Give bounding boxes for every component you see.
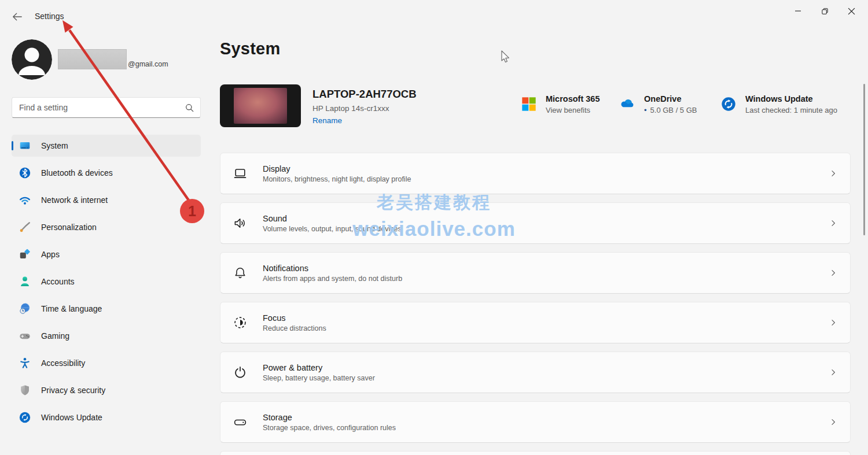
chevron-right-icon <box>829 418 837 426</box>
sidebar-item-apps[interactable]: Apps <box>12 243 201 265</box>
notifications-card[interactable]: Notifications Alerts from apps and syste… <box>220 252 851 294</box>
focus-card[interactable]: Focus Reduce distractions <box>220 302 851 343</box>
back-arrow-icon <box>12 12 23 22</box>
onedrive-tile[interactable]: OneDrive • 5.0 GB / 5 GB <box>619 94 697 114</box>
sidebar-item-system[interactable]: System <box>12 135 201 157</box>
sidebar-item-label: Accessibility <box>41 358 85 368</box>
card-subtitle: Storage space, drives, configuration rul… <box>263 424 396 432</box>
card-subtitle: Volume levels, output, input, sound devi… <box>263 225 402 233</box>
apps-icon <box>19 248 31 261</box>
sidebar-item-label: Apps <box>41 250 60 259</box>
tile-subtitle: 5.0 GB / 5 GB <box>650 106 697 114</box>
storage-icon <box>233 415 248 430</box>
account-name-redacted <box>58 49 127 69</box>
tile-title: Windows Update <box>745 94 837 103</box>
card-subtitle: Sleep, battery usage, battery saver <box>263 374 375 382</box>
power-battery-card[interactable]: Power & battery Sleep, battery usage, ba… <box>220 352 851 393</box>
sidebar-item-label: Network & internet <box>41 195 108 205</box>
settings-card-list: Display Monitors, brightness, night ligh… <box>220 153 851 455</box>
sidebar-item-label: System <box>41 141 68 150</box>
system-icon <box>19 139 31 152</box>
gaming-icon <box>19 330 31 342</box>
network-icon <box>19 194 31 206</box>
window-controls <box>785 0 865 22</box>
sidebar-item-label: Time & language <box>41 304 102 313</box>
card-subtitle: Monitors, brightness, night light, displ… <box>263 175 411 183</box>
minimize-icon <box>795 8 801 14</box>
sidebar-item-gaming[interactable]: Gaming <box>12 325 201 347</box>
titlebar: Settings <box>0 0 868 32</box>
sidebar-item-accounts[interactable]: Accounts <box>12 271 201 293</box>
sidebar-item-network-internet[interactable]: Network & internet <box>12 189 201 211</box>
minimize-button[interactable] <box>785 0 811 22</box>
rename-link[interactable]: Rename <box>312 116 417 125</box>
card-subtitle: Alerts from apps and system, do not dist… <box>263 275 402 283</box>
sidebar-item-time-language[interactable]: Time & language <box>12 298 201 320</box>
back-button[interactable] <box>10 10 24 23</box>
card-title: Display <box>263 164 411 173</box>
storage-bullet: • <box>644 106 647 114</box>
microsoft-logo <box>521 96 537 112</box>
card-title: Storage <box>263 413 396 422</box>
chevron-right-icon <box>829 269 837 277</box>
sidebar-item-privacy-security[interactable]: Privacy & security <box>12 379 201 401</box>
sound-icon <box>233 216 248 231</box>
privacy-security-icon <box>19 384 31 397</box>
sidebar-item-windows-update[interactable]: Windows Update <box>12 406 201 428</box>
chevron-right-icon <box>829 169 837 177</box>
close-icon <box>848 8 855 15</box>
accounts-icon <box>19 275 31 288</box>
search-icon <box>185 103 194 113</box>
tile-subtitle: View benefits <box>546 106 590 114</box>
sidebar-item-bluetooth-devices[interactable]: Bluetooth & devices <box>12 162 201 184</box>
search-box[interactable] <box>12 97 201 118</box>
user-avatar-icon <box>12 39 52 80</box>
sidebar-item-accessibility[interactable]: Accessibility <box>12 352 201 374</box>
tile-subtitle: Last checked: 1 minute ago <box>745 106 837 114</box>
settings-window: Settings @gmail.com <box>0 0 868 455</box>
bluetooth-icon <box>19 167 31 179</box>
device-info: LAPTOP-2AH77OCB HP Laptop 14s-cr1xxx Ren… <box>312 88 417 125</box>
close-button[interactable] <box>838 0 865 22</box>
account-email: @gmail.com <box>128 60 168 68</box>
onedrive-icon <box>619 96 635 112</box>
sidebar-nav: System Bluetooth & devices Network & int… <box>12 135 201 434</box>
page-title: System <box>220 39 280 58</box>
avatar[interactable] <box>12 39 52 80</box>
mouse-cursor <box>501 50 514 64</box>
display-card[interactable]: Display Monitors, brightness, night ligh… <box>220 153 851 194</box>
device-model: HP Laptop 14s-cr1xxx <box>312 104 417 113</box>
microsoft-365-tile[interactable]: Microsoft 365 View benefits <box>521 94 599 114</box>
card-subtitle: Reduce distractions <box>263 324 326 332</box>
accessibility-icon <box>19 357 31 369</box>
display-icon <box>233 166 248 181</box>
search-input[interactable] <box>19 103 185 112</box>
time-language-icon <box>19 302 31 315</box>
focus-icon <box>233 315 248 330</box>
partial-card[interactable] <box>220 451 851 455</box>
power-icon <box>233 365 248 380</box>
sidebar-item-personalization[interactable]: Personalization <box>12 216 201 238</box>
windows-update-tile[interactable]: Windows Update Last checked: 1 minute ag… <box>720 94 837 114</box>
sidebar-item-label: Accounts <box>41 277 75 286</box>
restore-button[interactable] <box>811 0 838 22</box>
storage-card[interactable]: Storage Storage space, drives, configura… <box>220 401 851 443</box>
device-thumbnail <box>220 84 301 127</box>
windows-update-icon <box>19 411 31 424</box>
card-title: Focus <box>263 313 326 323</box>
sidebar-item-label: Windows Update <box>41 413 102 422</box>
device-wallpaper <box>234 88 287 124</box>
card-title: Notifications <box>263 264 402 273</box>
selected-indicator <box>12 141 13 150</box>
sidebar-item-label: Bluetooth & devices <box>41 168 113 177</box>
chevron-right-icon <box>829 219 837 227</box>
window-title: Settings <box>35 12 64 21</box>
sidebar-item-label: Personalization <box>41 223 97 232</box>
notifications-icon <box>233 265 248 280</box>
sound-card[interactable]: Sound Volume levels, output, input, soun… <box>220 202 851 244</box>
device-name: LAPTOP-2AH77OCB <box>312 88 417 101</box>
tile-title: OneDrive <box>644 94 697 103</box>
chevron-right-icon <box>829 319 837 327</box>
sidebar-item-label: Privacy & security <box>41 386 105 395</box>
scrollbar-thumb[interactable] <box>863 84 865 235</box>
